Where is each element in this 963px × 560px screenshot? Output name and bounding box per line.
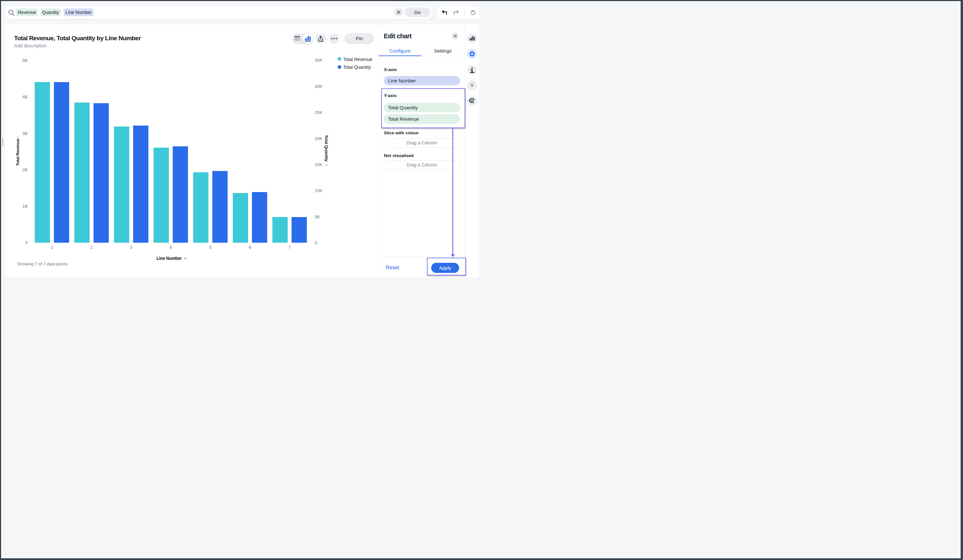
svg-text:R: R <box>471 99 474 104</box>
